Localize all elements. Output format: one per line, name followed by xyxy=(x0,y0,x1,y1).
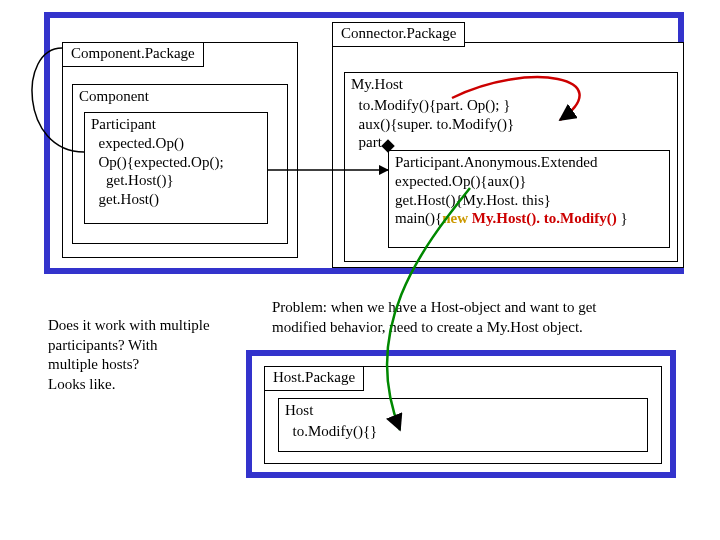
component-class-title: Component xyxy=(73,85,287,108)
participant-line4: get.Host() xyxy=(91,190,261,209)
connector-package-title-text: Connector.Package xyxy=(341,25,456,41)
question-line4: Looks like. xyxy=(48,375,258,395)
pae-title: Participant.Anonymous.Extended xyxy=(395,153,663,172)
myhost-line2: aux(){super. to.Modify()} xyxy=(345,115,677,134)
participant-class-title: Participant xyxy=(91,115,261,134)
host-package-title: Host.Package xyxy=(264,366,364,391)
question-note: Does it work with multiple participants?… xyxy=(48,316,258,394)
pae-main-call: My.Host(). to.Modify() xyxy=(468,210,617,226)
host-class-title: Host xyxy=(279,399,647,422)
host-class: Host to.Modify(){} xyxy=(278,398,648,452)
participant-line1: expected.Op() xyxy=(91,134,261,153)
connector-package-title: Connector.Package xyxy=(332,22,465,47)
participant-class: Participant expected.Op() Op(){expected.… xyxy=(84,112,268,224)
problem-line2: modified behavior, need to create a My.H… xyxy=(272,318,672,338)
pae-main: main(){new My.Host(). to.Modify() } xyxy=(395,209,663,228)
pae-main-prefix: main(){ xyxy=(395,210,442,226)
host-line1: to.Modify(){} xyxy=(279,422,647,441)
participant-line2: Op(){expected.Op(); xyxy=(91,153,261,172)
pae-line2: get.Host(){My.Host. this} xyxy=(395,191,663,210)
host-package-title-text: Host.Package xyxy=(273,369,355,385)
question-line1: Does it work with multiple xyxy=(48,316,258,336)
component-package-title: Component.Package xyxy=(62,42,204,67)
question-line2: participants? With xyxy=(48,336,258,356)
pae-class: Participant.Anonymous.Extended expected.… xyxy=(388,150,670,248)
problem-note: Problem: when we have a Host-object and … xyxy=(272,298,672,337)
problem-line1: Problem: when we have a Host-object and … xyxy=(272,298,672,318)
pae-line1: expected.Op(){aux()} xyxy=(395,172,663,191)
question-line3: multiple hosts? xyxy=(48,355,258,375)
pae-main-new: new xyxy=(442,210,468,226)
pae-main-suffix: } xyxy=(617,210,628,226)
myhost-line1: to.Modify(){part. Op(); } xyxy=(345,96,677,115)
component-package-title-text: Component.Package xyxy=(71,45,195,61)
participant-line3: get.Host()} xyxy=(91,171,261,190)
myhost-class-title: My.Host xyxy=(345,73,677,96)
